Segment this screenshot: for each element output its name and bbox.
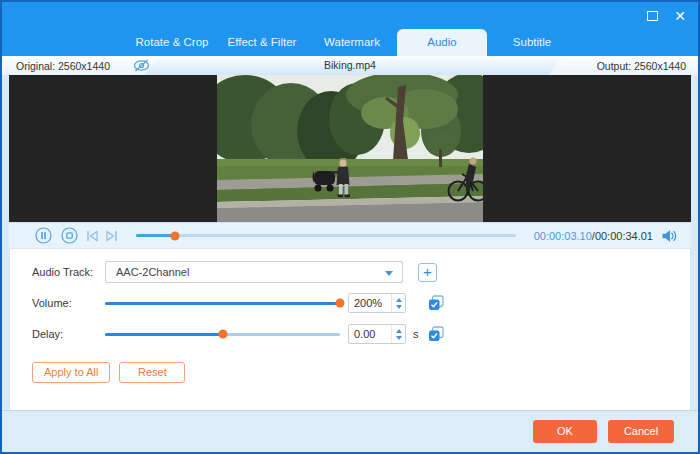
current-time: 00:00:03.10 bbox=[534, 230, 592, 242]
volume-slider-fill bbox=[105, 302, 340, 305]
volume-input[interactable] bbox=[349, 294, 391, 312]
video-preview-area bbox=[9, 75, 691, 222]
spinner-up-icon[interactable] bbox=[396, 329, 402, 333]
audio-track-select[interactable]: AAC-2Channel bbox=[105, 261, 403, 283]
delay-input[interactable] bbox=[349, 325, 391, 343]
spinner-down-icon[interactable] bbox=[396, 305, 402, 309]
pause-button[interactable] bbox=[35, 227, 52, 244]
panel-buttons-row: Apply to All Reset bbox=[32, 362, 690, 383]
eye-slash-icon[interactable] bbox=[132, 58, 151, 73]
delay-slider-fill bbox=[105, 333, 223, 336]
audio-settings-panel: Audio Track: AAC-2Channel + Volume: bbox=[9, 248, 691, 410]
original-resolution-tab: Original: 2560x1440 bbox=[2, 56, 160, 75]
seek-slider[interactable] bbox=[136, 234, 516, 237]
output-resolution-tab: Output: 2560x1440 bbox=[548, 56, 698, 75]
tab-subtitle[interactable]: Subtitle bbox=[487, 29, 577, 56]
add-audio-track-button[interactable]: + bbox=[418, 263, 437, 282]
apply-delay-to-all-icon[interactable] bbox=[428, 326, 444, 342]
total-time: 00:00:34.01 bbox=[595, 230, 653, 242]
cancel-button[interactable]: Cancel bbox=[608, 420, 674, 443]
chevron-down-icon bbox=[385, 271, 393, 276]
apply-volume-to-all-icon[interactable] bbox=[428, 295, 444, 311]
delay-label: Delay: bbox=[32, 328, 105, 340]
audio-track-row: Audio Track: AAC-2Channel + bbox=[32, 260, 690, 284]
delay-slider-thumb[interactable] bbox=[218, 330, 227, 339]
delay-unit-label: s bbox=[406, 328, 428, 340]
tab-rotate-crop[interactable]: Rotate & Crop bbox=[127, 29, 217, 56]
delay-row: Delay: s bbox=[32, 322, 690, 346]
volume-spinner bbox=[391, 294, 405, 312]
audio-track-value: AAC-2Channel bbox=[116, 266, 189, 278]
playback-control-bar: 00:00:03.10/00:00:34.01 bbox=[9, 222, 691, 248]
tab-effect-filter[interactable]: Effect & Filter bbox=[217, 29, 307, 56]
video-frame-park-scene bbox=[217, 75, 483, 222]
spinner-up-icon[interactable] bbox=[396, 298, 402, 302]
window-controls: ✕ bbox=[647, 2, 686, 29]
stop-button[interactable] bbox=[61, 227, 78, 244]
volume-slider[interactable] bbox=[105, 302, 340, 305]
next-frame-button[interactable] bbox=[105, 230, 118, 242]
output-resolution-label: Output: 2560x1440 bbox=[597, 60, 686, 72]
apply-to-all-button[interactable]: Apply to All bbox=[32, 362, 110, 383]
volume-slider-thumb[interactable] bbox=[336, 299, 345, 308]
app-window: ✕ Rotate & Crop Effect & Filter Watermar… bbox=[0, 0, 700, 454]
ok-button[interactable]: OK bbox=[533, 420, 597, 443]
audio-track-label: Audio Track: bbox=[32, 266, 105, 278]
seek-slider-thumb[interactable] bbox=[171, 231, 180, 240]
tab-audio[interactable]: Audio bbox=[397, 29, 487, 56]
info-bar: Biking.mp4 Original: 2560x1440 Output: 2… bbox=[2, 56, 698, 75]
reset-button[interactable]: Reset bbox=[119, 362, 185, 383]
volume-label: Volume: bbox=[32, 297, 105, 309]
tab-bar: Rotate & Crop Effect & Filter Watermark … bbox=[2, 29, 698, 56]
footer-bar: OK Cancel bbox=[2, 410, 698, 452]
original-resolution-label: Original: 2560x1440 bbox=[16, 60, 110, 72]
volume-input-box bbox=[348, 293, 406, 313]
previous-frame-button[interactable] bbox=[86, 230, 99, 242]
seek-slider-fill bbox=[136, 234, 175, 237]
delay-spinner bbox=[391, 325, 405, 343]
delay-input-box bbox=[348, 324, 406, 344]
close-icon[interactable]: ✕ bbox=[674, 9, 686, 23]
maximize-icon[interactable] bbox=[647, 11, 658, 21]
speaker-icon[interactable] bbox=[661, 229, 677, 243]
time-display: 00:00:03.10/00:00:34.01 bbox=[534, 230, 653, 242]
spinner-down-icon[interactable] bbox=[396, 336, 402, 340]
volume-row: Volume: bbox=[32, 291, 690, 315]
delay-slider[interactable] bbox=[105, 333, 340, 336]
tab-watermark[interactable]: Watermark bbox=[307, 29, 397, 56]
title-bar: ✕ bbox=[2, 2, 698, 29]
